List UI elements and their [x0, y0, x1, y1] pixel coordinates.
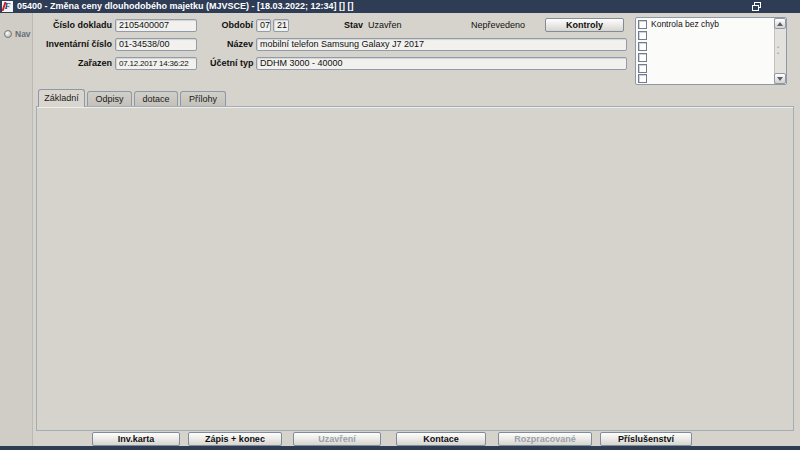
cislo-dokladu-field[interactable]: 2105400007: [115, 19, 197, 32]
obdobi-rok-field[interactable]: 21: [273, 19, 289, 32]
app-window: F 05400 - Změna ceny dlouhodobého majetk…: [0, 0, 800, 450]
kontace-button[interactable]: Kontace: [396, 432, 486, 446]
cislo-dokladu-label: Číslo dokladu: [30, 19, 112, 32]
restore-front-square: [752, 5, 759, 11]
checkbox[interactable]: [638, 42, 647, 51]
window-bottom-edge: [0, 446, 800, 450]
scrollbar-down-button[interactable]: [774, 73, 786, 84]
nazev-field[interactable]: mobilní telefon Samsung Galaxy J7 2017: [256, 38, 627, 51]
kontroly-button[interactable]: Kontroly: [545, 18, 624, 32]
obdobi-label: Období: [210, 19, 253, 32]
inventarni-cislo-label: Inventární číslo: [30, 38, 112, 51]
stav-label: Stav: [344, 19, 363, 32]
checkbox[interactable]: [638, 64, 647, 73]
zarazen-field[interactable]: 07.12.2017 14:36:22: [115, 57, 197, 70]
checkbox[interactable]: [638, 74, 647, 83]
tab-zakladni[interactable]: Základní: [38, 89, 85, 107]
nav-sidebar: Nav: [0, 13, 33, 446]
kontrola-checkbox[interactable]: [638, 20, 647, 29]
prevod-status: Nepřevedeno: [471, 19, 525, 32]
nav-radio[interactable]: [4, 30, 12, 38]
zarazen-label: Zařazen: [30, 57, 112, 70]
checkbox[interactable]: [638, 31, 647, 40]
checkbox[interactable]: [638, 53, 647, 62]
ucetni-typ-field[interactable]: DDHM 3000 - 40000: [256, 57, 627, 70]
tab-dotace[interactable]: dotace: [134, 91, 178, 107]
zapis-konec-button[interactable]: Zápis + konec: [188, 432, 282, 446]
tab-odpisy[interactable]: Odpisy: [87, 91, 132, 107]
scrollbar-grip-icon: ••: [777, 44, 779, 56]
triangle-up-icon: [777, 22, 783, 26]
kontrola-item-label: Kontrola bez chyb: [651, 18, 719, 30]
window-title: 05400 - Změna ceny dlouhodobého majetku …: [17, 0, 354, 13]
obdobi-mesic-field[interactable]: 07: [256, 19, 271, 32]
prislusenstvi-button[interactable]: Příslušenství: [600, 432, 692, 446]
uzavreni-button: Uzavření: [293, 432, 381, 446]
rozpracovane-button: Rozpracované: [498, 432, 592, 446]
app-icon: F: [2, 1, 13, 12]
nazev-label: Název: [210, 38, 253, 51]
inv-karta-button[interactable]: Inv.karta: [92, 432, 180, 446]
nav-label: Nav: [15, 28, 31, 40]
inventarni-cislo-field[interactable]: 01-34538/00: [115, 38, 197, 51]
ucetni-typ-label: Účetní typ: [210, 57, 253, 70]
title-bar: F 05400 - Změna ceny dlouhodobého majetk…: [0, 0, 800, 13]
tab-prilohy[interactable]: Přílohy: [180, 91, 226, 107]
triangle-down-icon: [777, 77, 783, 81]
scrollbar-up-button[interactable]: [774, 18, 786, 29]
stav-value: Uzavřen: [368, 19, 402, 32]
tab-content-panel: [36, 106, 794, 431]
restore-window-icon[interactable]: [752, 2, 761, 11]
